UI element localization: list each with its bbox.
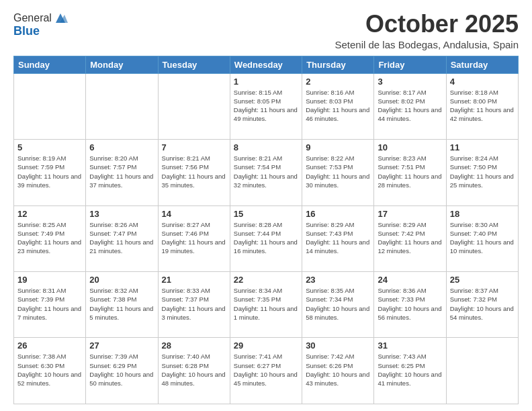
month-title: October 2025: [335, 11, 519, 38]
day-info: Sunrise: 8:26 AM Sunset: 7:47 PM Dayligh…: [89, 220, 154, 256]
calendar: Sunday Monday Tuesday Wednesday Thursday…: [13, 56, 519, 404]
calendar-cell: 30Sunrise: 7:42 AM Sunset: 6:26 PM Dayli…: [302, 338, 374, 404]
calendar-cell: 7Sunrise: 8:21 AM Sunset: 7:56 PM Daylig…: [158, 140, 230, 205]
calendar-cell: 22Sunrise: 8:34 AM Sunset: 7:35 PM Dayli…: [230, 272, 302, 338]
day-number: 7: [162, 142, 226, 152]
day-number: 22: [234, 275, 298, 285]
day-number: 20: [89, 275, 154, 285]
logo-blue-text: Blue: [13, 24, 40, 38]
calendar-week-3: 19Sunrise: 8:31 AM Sunset: 7:39 PM Dayli…: [14, 272, 519, 338]
calendar-cell: 3Sunrise: 8:17 AM Sunset: 8:02 PM Daylig…: [374, 73, 446, 139]
calendar-cell: 17Sunrise: 8:29 AM Sunset: 7:42 PM Dayli…: [374, 205, 446, 271]
day-number: 24: [378, 275, 442, 285]
logo-general-text: General: [13, 12, 52, 24]
day-info: Sunrise: 8:28 AM Sunset: 7:44 PM Dayligh…: [234, 220, 298, 256]
header-wednesday: Wednesday: [230, 56, 302, 73]
day-info: Sunrise: 8:24 AM Sunset: 7:50 PM Dayligh…: [450, 154, 515, 189]
day-info: Sunrise: 7:41 AM Sunset: 6:27 PM Dayligh…: [234, 352, 298, 387]
calendar-cell: 1Sunrise: 8:15 AM Sunset: 8:05 PM Daylig…: [230, 73, 302, 139]
day-number: 31: [378, 340, 442, 351]
day-info: Sunrise: 8:27 AM Sunset: 7:46 PM Dayligh…: [162, 220, 226, 256]
day-info: Sunrise: 8:21 AM Sunset: 7:56 PM Dayligh…: [162, 154, 226, 189]
day-info: Sunrise: 8:32 AM Sunset: 7:38 PM Dayligh…: [89, 286, 154, 322]
calendar-week-1: 5Sunrise: 8:19 AM Sunset: 7:59 PM Daylig…: [14, 140, 519, 205]
calendar-cell: 2Sunrise: 8:16 AM Sunset: 8:03 PM Daylig…: [302, 73, 374, 139]
calendar-cell: 13Sunrise: 8:26 AM Sunset: 7:47 PM Dayli…: [86, 205, 158, 271]
calendar-cell: 4Sunrise: 8:18 AM Sunset: 8:00 PM Daylig…: [446, 73, 518, 139]
day-info: Sunrise: 8:18 AM Sunset: 8:00 PM Dayligh…: [450, 88, 515, 124]
calendar-cell: 25Sunrise: 8:37 AM Sunset: 7:32 PM Dayli…: [446, 272, 518, 338]
day-info: Sunrise: 8:17 AM Sunset: 8:02 PM Dayligh…: [378, 88, 442, 124]
weekday-header-row: Sunday Monday Tuesday Wednesday Thursday…: [14, 56, 519, 73]
day-number: 15: [234, 209, 298, 219]
calendar-cell: [446, 338, 518, 404]
calendar-cell: 18Sunrise: 8:30 AM Sunset: 7:40 PM Dayli…: [446, 205, 518, 271]
day-number: 27: [89, 340, 154, 351]
calendar-cell: 23Sunrise: 8:35 AM Sunset: 7:34 PM Dayli…: [302, 272, 374, 338]
header-friday: Friday: [374, 56, 446, 73]
calendar-cell: 9Sunrise: 8:22 AM Sunset: 7:53 PM Daylig…: [302, 140, 374, 205]
calendar-cell: 24Sunrise: 8:36 AM Sunset: 7:33 PM Dayli…: [374, 272, 446, 338]
day-info: Sunrise: 8:15 AM Sunset: 8:05 PM Dayligh…: [234, 88, 298, 124]
day-number: 11: [450, 142, 515, 152]
header-sunday: Sunday: [14, 56, 86, 73]
calendar-week-2: 12Sunrise: 8:25 AM Sunset: 7:49 PM Dayli…: [14, 205, 519, 271]
calendar-cell: 6Sunrise: 8:20 AM Sunset: 7:57 PM Daylig…: [86, 140, 158, 205]
day-info: Sunrise: 8:30 AM Sunset: 7:40 PM Dayligh…: [450, 220, 515, 256]
day-number: 1: [234, 77, 298, 87]
header-thursday: Thursday: [302, 56, 374, 73]
calendar-cell: 31Sunrise: 7:43 AM Sunset: 6:25 PM Dayli…: [374, 338, 446, 404]
day-info: Sunrise: 8:16 AM Sunset: 8:03 PM Dayligh…: [306, 88, 370, 124]
calendar-week-4: 26Sunrise: 7:38 AM Sunset: 6:30 PM Dayli…: [14, 338, 519, 404]
day-info: Sunrise: 7:39 AM Sunset: 6:29 PM Dayligh…: [89, 352, 154, 387]
day-number: 12: [17, 209, 82, 219]
day-info: Sunrise: 8:19 AM Sunset: 7:59 PM Dayligh…: [17, 154, 82, 189]
day-info: Sunrise: 8:36 AM Sunset: 7:33 PM Dayligh…: [378, 286, 442, 322]
day-info: Sunrise: 8:29 AM Sunset: 7:42 PM Dayligh…: [378, 220, 442, 256]
calendar-cell: [14, 73, 86, 139]
calendar-cell: [158, 73, 230, 139]
calendar-week-0: 1Sunrise: 8:15 AM Sunset: 8:05 PM Daylig…: [14, 73, 519, 139]
calendar-cell: 14Sunrise: 8:27 AM Sunset: 7:46 PM Dayli…: [158, 205, 230, 271]
calendar-cell: 11Sunrise: 8:24 AM Sunset: 7:50 PM Dayli…: [446, 140, 518, 205]
day-info: Sunrise: 7:43 AM Sunset: 6:25 PM Dayligh…: [378, 352, 442, 387]
calendar-cell: 15Sunrise: 8:28 AM Sunset: 7:44 PM Dayli…: [230, 205, 302, 271]
day-number: 18: [450, 209, 515, 219]
day-info: Sunrise: 8:37 AM Sunset: 7:32 PM Dayligh…: [450, 286, 515, 322]
header-saturday: Saturday: [446, 56, 518, 73]
day-info: Sunrise: 7:42 AM Sunset: 6:26 PM Dayligh…: [306, 352, 370, 387]
day-number: 17: [378, 209, 442, 219]
day-number: 23: [306, 275, 370, 285]
page: General Blue October 2025 Setenil de las…: [0, 0, 532, 411]
day-info: Sunrise: 8:20 AM Sunset: 7:57 PM Dayligh…: [89, 154, 154, 189]
calendar-cell: 5Sunrise: 8:19 AM Sunset: 7:59 PM Daylig…: [14, 140, 86, 205]
day-number: 6: [89, 142, 154, 152]
day-number: 9: [306, 142, 370, 152]
calendar-cell: 20Sunrise: 8:32 AM Sunset: 7:38 PM Dayli…: [86, 272, 158, 338]
calendar-cell: 16Sunrise: 8:29 AM Sunset: 7:43 PM Dayli…: [302, 205, 374, 271]
day-number: 8: [234, 142, 298, 152]
day-info: Sunrise: 8:23 AM Sunset: 7:51 PM Dayligh…: [378, 154, 442, 189]
day-info: Sunrise: 8:22 AM Sunset: 7:53 PM Dayligh…: [306, 154, 370, 189]
title-section: October 2025 Setenil de las Bodegas, And…: [335, 11, 519, 50]
day-info: Sunrise: 8:35 AM Sunset: 7:34 PM Dayligh…: [306, 286, 370, 322]
header-monday: Monday: [86, 56, 158, 73]
day-number: 3: [378, 77, 442, 87]
day-number: 21: [162, 275, 226, 285]
calendar-cell: [86, 73, 158, 139]
calendar-cell: 8Sunrise: 8:21 AM Sunset: 7:54 PM Daylig…: [230, 140, 302, 205]
logo: General Blue: [13, 11, 68, 38]
header: General Blue October 2025 Setenil de las…: [13, 11, 519, 50]
day-info: Sunrise: 8:21 AM Sunset: 7:54 PM Dayligh…: [234, 154, 298, 189]
logo-icon: [53, 11, 68, 26]
calendar-cell: 19Sunrise: 8:31 AM Sunset: 7:39 PM Dayli…: [14, 272, 86, 338]
day-number: 5: [17, 142, 82, 152]
day-number: 10: [378, 142, 442, 152]
day-number: 28: [162, 340, 226, 351]
calendar-cell: 26Sunrise: 7:38 AM Sunset: 6:30 PM Dayli…: [14, 338, 86, 404]
location: Setenil de las Bodegas, Andalusia, Spain: [335, 39, 519, 50]
day-number: 2: [306, 77, 370, 87]
day-info: Sunrise: 8:31 AM Sunset: 7:39 PM Dayligh…: [17, 286, 82, 322]
day-number: 13: [89, 209, 154, 219]
day-info: Sunrise: 8:29 AM Sunset: 7:43 PM Dayligh…: [306, 220, 370, 256]
